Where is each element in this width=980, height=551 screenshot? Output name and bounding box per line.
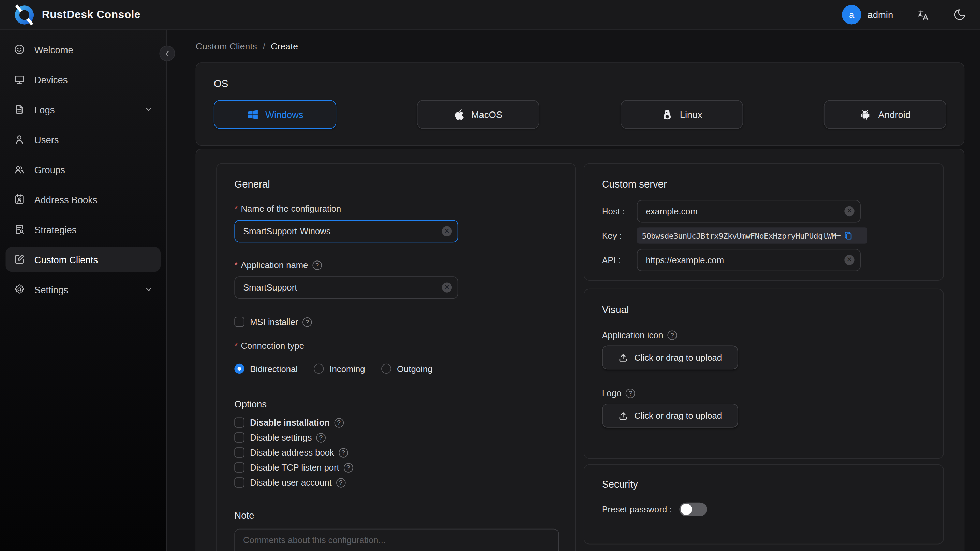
breadcrumb: Custom Clients / Create <box>196 30 964 62</box>
required-asterisk: * <box>234 341 238 350</box>
preset-password-toggle[interactable] <box>679 503 707 516</box>
sidebar-label: Welcome <box>35 44 73 54</box>
sidebar-item-strategies[interactable]: Strategies <box>5 217 161 242</box>
sidebar: Welcome Devices Logs <box>0 30 167 551</box>
msi-installer-checkbox[interactable] <box>234 317 244 326</box>
breadcrumb-custom-clients[interactable]: Custom Clients <box>196 41 257 51</box>
api-row: API : ✕ <box>602 248 926 271</box>
host-row: Host : ✕ <box>602 200 926 223</box>
preset-password-row: Preset password : <box>602 503 926 516</box>
security-card: Security Preset password : <box>584 464 944 545</box>
upload-button-label: Click or drag to upload <box>634 411 722 420</box>
connection-type-options: Bidirectional Incoming Outgoing <box>234 364 557 374</box>
options-checkbox-list: Disable installation ? Disable settings … <box>234 417 557 487</box>
main-content: Custom Clients / Create OS Windows MacOS <box>167 30 980 551</box>
disable-installation-checkbox[interactable] <box>234 417 244 427</box>
copy-icon[interactable] <box>843 231 853 240</box>
clear-icon[interactable]: ✕ <box>844 206 854 216</box>
config-name-field: ✕ <box>234 220 458 242</box>
disable-user-account-row: Disable user account ? <box>234 477 557 487</box>
host-input[interactable] <box>637 200 861 223</box>
radio-icon <box>314 364 324 374</box>
sidebar-item-custom-clients[interactable]: Custom Clients <box>5 247 161 272</box>
os-button-macos[interactable]: MacOS <box>417 100 539 129</box>
clear-icon[interactable]: ✕ <box>442 282 452 292</box>
clear-icon[interactable]: ✕ <box>442 226 452 236</box>
disable-settings-checkbox[interactable] <box>234 432 244 442</box>
visual-title: Visual <box>602 304 926 316</box>
sidebar-item-users[interactable]: Users <box>5 127 161 152</box>
os-button-linux[interactable]: Linux <box>620 100 743 129</box>
help-question-icon[interactable]: ? <box>302 317 312 326</box>
logo-label: Logo ? <box>602 388 926 398</box>
custom-server-title: Custom server <box>602 179 926 190</box>
os-button-label: Linux <box>680 109 702 120</box>
user-icon <box>14 134 25 145</box>
key-row: Key : 5Qbwsde3unUcJBtrx9ZkvUmwFNoExHzpry… <box>602 228 926 244</box>
application-name-input[interactable] <box>234 276 458 299</box>
breadcrumb-separator: / <box>262 41 265 51</box>
user-avatar[interactable]: a <box>842 5 861 25</box>
config-name-input[interactable] <box>234 220 458 242</box>
disable-address-book-row: Disable address book ? <box>234 447 557 457</box>
radio-bidirectional[interactable]: Bidirectional <box>234 364 298 374</box>
help-question-icon[interactable]: ? <box>316 433 325 442</box>
disable-address-book-checkbox[interactable] <box>234 447 244 457</box>
apple-logo-icon <box>454 108 464 120</box>
help-question-icon[interactable]: ? <box>668 330 677 339</box>
application-icon-upload-button[interactable]: Click or drag to upload <box>602 346 738 369</box>
strategy-document-icon <box>14 224 25 235</box>
edit-square-icon <box>14 254 25 265</box>
disable-user-account-checkbox[interactable] <box>234 477 244 487</box>
toggle-knob <box>681 503 692 515</box>
sidebar-item-address-books[interactable]: Address Books <box>5 187 161 212</box>
key-value-box: 5Qbwsde3unUcJBtrx9ZkvUmwFNoExHzpryHuPUdq… <box>637 228 867 244</box>
host-field: ✕ <box>637 200 861 223</box>
sidebar-item-groups[interactable]: Groups <box>5 157 161 182</box>
radio-incoming[interactable]: Incoming <box>314 364 365 374</box>
disable-tcp-listen-port-checkbox[interactable] <box>234 462 244 472</box>
os-button-label: Android <box>878 109 910 120</box>
sidebar-item-logs[interactable]: Logs <box>5 97 161 122</box>
user-name[interactable]: admin <box>867 9 893 20</box>
radio-outgoing[interactable]: Outgoing <box>381 364 433 374</box>
radio-icon <box>381 364 391 374</box>
radio-icon <box>234 364 244 374</box>
help-question-icon[interactable]: ? <box>339 447 348 457</box>
application-name-field: ✕ <box>234 276 458 299</box>
application-icon-label: Application icon ? <box>602 330 926 340</box>
help-question-icon[interactable]: ? <box>344 463 353 472</box>
chevron-left-icon <box>163 49 172 58</box>
general-card: General * Name of the configuration ✕ * … <box>216 163 576 551</box>
sidebar-label: Groups <box>35 164 65 175</box>
note-textarea[interactable] <box>234 529 558 551</box>
sidebar-item-settings[interactable]: Settings <box>5 277 161 302</box>
language-icon[interactable] <box>917 8 929 21</box>
file-icon <box>14 104 25 115</box>
disable-tcp-listen-port-row: Disable TCP listen port ? <box>234 462 557 472</box>
os-button-label: MacOS <box>471 109 503 120</box>
logo-upload-button[interactable]: Click or drag to upload <box>602 404 738 428</box>
general-title: General <box>234 179 557 190</box>
sidebar-collapse-button[interactable] <box>159 46 175 61</box>
dark-mode-moon-icon[interactable] <box>953 8 966 21</box>
disable-settings-row: Disable settings ? <box>234 432 557 442</box>
help-question-icon[interactable]: ? <box>312 260 321 269</box>
help-question-icon[interactable]: ? <box>336 478 345 487</box>
sidebar-label: Settings <box>35 284 68 295</box>
os-button-label: Windows <box>265 109 304 120</box>
upload-icon <box>618 353 628 362</box>
custom-server-card: Custom server Host : ✕ Key : <box>584 163 944 280</box>
application-name-label: * Application name ? <box>234 260 557 270</box>
os-button-windows[interactable]: Windows <box>214 100 336 129</box>
clear-icon[interactable]: ✕ <box>844 255 854 265</box>
help-question-icon[interactable]: ? <box>334 418 344 427</box>
os-section-card: OS Windows MacOS <box>196 62 964 146</box>
os-button-android[interactable]: Android <box>824 100 946 129</box>
help-question-icon[interactable]: ? <box>626 389 635 398</box>
sidebar-label: Users <box>35 134 59 145</box>
api-input[interactable] <box>637 248 861 271</box>
sidebar-item-devices[interactable]: Devices <box>5 67 161 92</box>
sidebar-item-welcome[interactable]: Welcome <box>5 37 161 62</box>
chevron-down-icon <box>144 105 153 114</box>
